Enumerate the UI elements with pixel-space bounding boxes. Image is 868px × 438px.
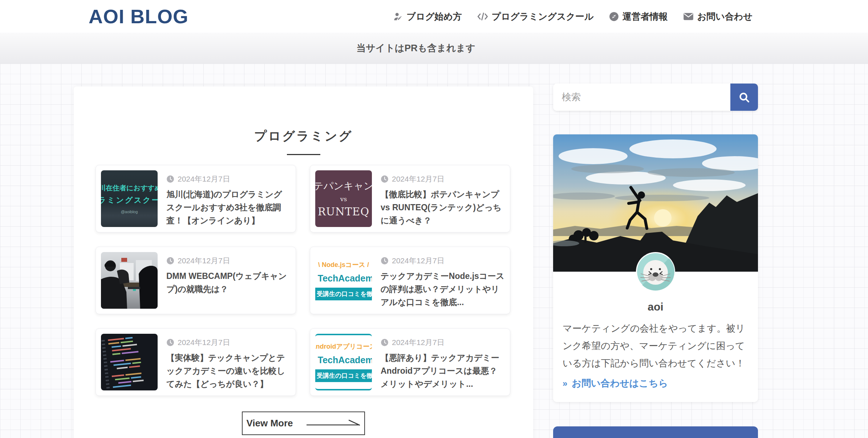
search-icon xyxy=(738,92,750,103)
article-date: 2024年12月7日 xyxy=(381,174,505,184)
article-title: 【悪評あり】テックアカデミーAndroidアプリコースは最悪？メリットやデメリッ… xyxy=(381,351,505,390)
thumb-tag: \ Node.jsコース / xyxy=(318,260,369,269)
compass-icon xyxy=(609,12,619,21)
profile-bio: マーケティングの会社をやってます。被リンク希望の方や、マーケティングに困っている… xyxy=(553,320,758,372)
sidebar-widget-header xyxy=(553,426,758,438)
thumb-text: vs xyxy=(340,195,347,203)
clock-icon xyxy=(381,338,389,346)
article-card-techacademy-nodejs[interactable]: \ Node.jsコース / ❯ TechAcademy 受講生の口コミを徹底調… xyxy=(310,247,510,314)
search-input[interactable] xyxy=(553,84,730,111)
article-card-asahikawa[interactable]: 旭川在住者におすすめ& グラミングスクール @aoiblog 2024年12月7… xyxy=(96,165,296,232)
article-thumbnail: テパンキャン vs RUNTEQ xyxy=(315,170,372,227)
article-thumbnail: Androidアプリコース ❯ TechAcademy 受講生の口コミを徹底調査 xyxy=(315,334,372,390)
section-title: プログラミング xyxy=(74,86,533,145)
double-angle-icon: » xyxy=(563,378,567,389)
thumb-credit: @aoiblog xyxy=(121,210,138,214)
article-date: 2024年12月7日 xyxy=(166,256,291,266)
page-content: プログラミング 旭川在住者におすすめ& グラミングスクール @aoiblog 2… xyxy=(0,64,868,438)
main-nav: ブログ始め方 プログラミングスクール 運営者情報 xyxy=(393,11,753,23)
clock-icon xyxy=(381,257,389,265)
article-date: 2024年12月7日 xyxy=(166,337,291,348)
article-card-techacademy-android[interactable]: Androidアプリコース ❯ TechAcademy 受講生の口コミを徹底調査… xyxy=(310,328,510,396)
thumb-text: RUNTEQ xyxy=(318,206,369,218)
profile-card: aoi マーケティングの会社をやってます。被リンク希望の方や、マーケティングに困… xyxy=(553,134,758,402)
article-list: 旭川在住者におすすめ& グラミングスクール @aoiblog 2024年12月7… xyxy=(74,165,533,396)
article-date: 2024年12月7日 xyxy=(166,174,291,184)
nav-item-operator-info[interactable]: 運営者情報 xyxy=(609,11,668,23)
nav-label: プログラミングスクール xyxy=(492,11,594,23)
article-thumbnail xyxy=(101,334,158,390)
techacademy-logo: ❯ TechAcademy xyxy=(315,273,372,284)
user-edit-icon xyxy=(393,12,403,21)
article-thumbnail: \ Node.jsコース / ❯ TechAcademy 受講生の口コミを徹底調… xyxy=(315,252,372,309)
nav-label: 運営者情報 xyxy=(622,11,668,23)
nav-item-programming-school[interactable]: プログラミングスクール xyxy=(477,11,594,23)
profile-name: aoi xyxy=(553,301,758,313)
thumb-text: グラミングスクール xyxy=(101,195,158,205)
search-button[interactable] xyxy=(730,84,758,111)
search-box xyxy=(553,84,758,111)
article-thumbnail: 旭川在住者におすすめ& グラミングスクール @aoiblog xyxy=(101,170,158,227)
code-icon xyxy=(477,12,488,21)
article-title: 【実体験】テックキャンプとテックアカデミーの違いを比較してみた【どっちが良い？】 xyxy=(166,351,291,390)
sidebar: aoi マーケティングの会社をやってます。被リンク希望の方や、マーケティングに困… xyxy=(553,64,758,438)
article-title: 【徹底比較】ポテパンキャンプ vs RUNTEQ(ランテック)どっちに通うべき？ xyxy=(381,188,505,227)
main-column: プログラミング 旭川在住者におすすめ& グラミングスクール @aoiblog 2… xyxy=(74,86,533,438)
article-card-techcamp-vs-techacademy[interactable]: 2024年12月7日 【実体験】テックキャンプとテックアカデミーの違いを比較して… xyxy=(96,328,296,396)
view-more-button[interactable]: View More xyxy=(242,411,365,435)
site-logo[interactable]: AOI BLOG xyxy=(89,5,188,28)
article-card-dmm-webcamp[interactable]: 2024年12月7日 DMM WEBCAMP(ウェブキャンプ)の就職先は？ xyxy=(96,247,296,314)
thumb-text: 旭川在住者におすすめ& xyxy=(101,183,158,193)
chevron-icon: ❯ xyxy=(315,355,316,365)
section-title-underline xyxy=(287,154,320,155)
thumb-text: テパンキャン xyxy=(315,179,372,192)
nav-item-blog-start[interactable]: ブログ始め方 xyxy=(393,11,462,23)
clock-icon xyxy=(166,257,174,265)
article-date: 2024年12月7日 xyxy=(381,256,505,266)
envelope-icon xyxy=(683,12,694,21)
article-title: テックアカデミーNode.jsコースの評判は悪い？デメリットやリアルな口コミを徹… xyxy=(381,269,505,309)
pr-notice-bar: 当サイトはPRも含まれます xyxy=(0,33,868,64)
chevron-icon: ❯ xyxy=(315,273,316,284)
article-date: 2024年12月7日 xyxy=(381,337,505,348)
arrow-right-icon xyxy=(306,419,361,428)
article-title: 旭川(北海道)のプログラミングスクールおすすめ3社を徹底調査！【オンラインあり】 xyxy=(166,188,291,227)
contact-link[interactable]: » お問い合わせはこちら xyxy=(553,377,758,390)
site-header: AOI BLOG ブログ始め方 プログラミングスクール xyxy=(0,0,868,33)
article-thumbnail xyxy=(101,252,158,309)
techacademy-logo: ❯ TechAcademy xyxy=(315,355,372,365)
code-screen-photo xyxy=(101,334,158,390)
nav-label: お問い合わせ xyxy=(697,11,753,23)
pr-notice-text: 当サイトはPRも含まれます xyxy=(356,42,475,54)
thumb-banner: 受講生の口コミを徹底調査 xyxy=(315,288,372,300)
article-title: DMM WEBCAMP(ウェブキャンプ)の就職先は？ xyxy=(166,269,291,296)
clock-icon xyxy=(166,175,174,183)
window-silhouette-photo xyxy=(101,252,158,309)
nav-label: ブログ始め方 xyxy=(406,11,462,23)
thumb-tag: Androidアプリコース xyxy=(315,342,372,351)
nav-item-contact[interactable]: お問い合わせ xyxy=(683,11,753,23)
clock-icon xyxy=(166,338,174,346)
thumb-banner: 受講生の口コミを徹底調査 xyxy=(315,369,372,382)
profile-avatar xyxy=(635,251,676,292)
article-card-potepan-runteq[interactable]: テパンキャン vs RUNTEQ 2024年12月7日 【徹底比較】ポテパンキャ… xyxy=(310,165,510,232)
clock-icon xyxy=(381,175,389,183)
